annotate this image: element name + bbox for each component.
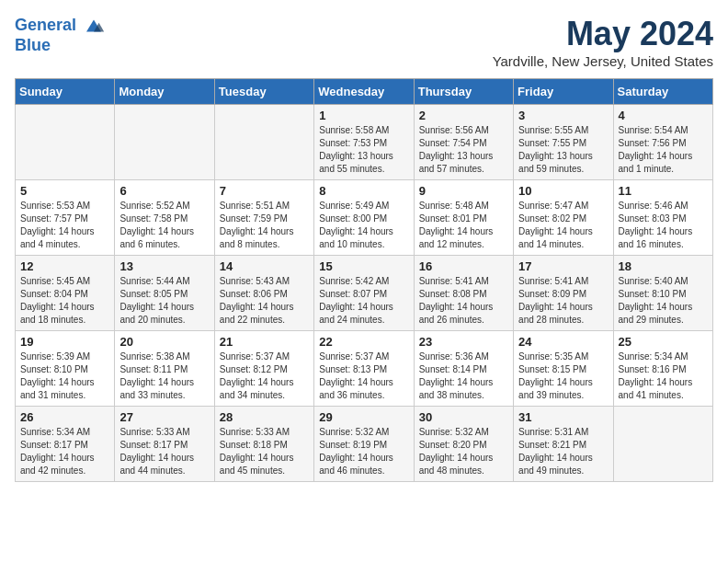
weekday-thursday: Thursday (414, 79, 513, 105)
cell-daylight-info: Sunrise: 5:37 AM Sunset: 8:13 PM Dayligh… (319, 350, 408, 402)
cell-day-5: 5Sunrise: 5:53 AM Sunset: 7:57 PM Daylig… (16, 180, 115, 256)
day-number: 7 (220, 184, 309, 198)
day-number: 30 (419, 410, 508, 424)
cell-daylight-info: Sunrise: 5:56 AM Sunset: 7:54 PM Dayligh… (419, 124, 508, 176)
day-number: 14 (220, 259, 309, 273)
cell-daylight-info: Sunrise: 5:41 AM Sunset: 8:08 PM Dayligh… (419, 275, 508, 327)
cell-day-10: 10Sunrise: 5:47 AM Sunset: 8:02 PM Dayli… (514, 180, 613, 256)
week-row-5: 26Sunrise: 5:34 AM Sunset: 8:17 PM Dayli… (16, 407, 713, 482)
weekday-tuesday: Tuesday (214, 79, 313, 105)
cell-daylight-info: Sunrise: 5:53 AM Sunset: 7:57 PM Dayligh… (20, 200, 109, 251)
cell-daylight-info: Sunrise: 5:34 AM Sunset: 8:17 PM Dayligh… (20, 426, 109, 477)
weekday-saturday: Saturday (613, 79, 712, 105)
cell-day-20: 20Sunrise: 5:38 AM Sunset: 8:11 PM Dayli… (115, 331, 214, 407)
day-number: 11 (619, 184, 708, 198)
day-number: 29 (319, 410, 408, 424)
day-number: 4 (619, 109, 708, 122)
cell-daylight-info: Sunrise: 5:58 AM Sunset: 7:53 PM Dayligh… (319, 124, 408, 176)
day-number: 5 (20, 184, 109, 198)
cell-daylight-info: Sunrise: 5:45 AM Sunset: 8:04 PM Dayligh… (20, 275, 109, 327)
week-row-1: 1Sunrise: 5:58 AM Sunset: 7:53 PM Daylig… (16, 105, 713, 180)
cell-daylight-info: Sunrise: 5:49 AM Sunset: 8:00 PM Dayligh… (319, 200, 408, 251)
day-number: 15 (319, 259, 408, 273)
cell-day-empty (16, 105, 115, 180)
cell-day-30: 30Sunrise: 5:32 AM Sunset: 8:20 PM Dayli… (414, 407, 513, 482)
cell-day-empty (115, 105, 214, 180)
cell-day-27: 27Sunrise: 5:33 AM Sunset: 8:17 PM Dayli… (115, 407, 214, 482)
day-number: 10 (518, 184, 608, 198)
cell-day-empty (214, 105, 313, 180)
day-number: 9 (419, 184, 508, 198)
cell-day-4: 4Sunrise: 5:54 AM Sunset: 7:56 PM Daylig… (613, 105, 712, 180)
day-number: 12 (20, 259, 109, 273)
cell-day-9: 9Sunrise: 5:48 AM Sunset: 8:01 PM Daylig… (414, 180, 513, 256)
cell-day-31: 31Sunrise: 5:31 AM Sunset: 8:21 PM Dayli… (514, 407, 613, 482)
cell-day-26: 26Sunrise: 5:34 AM Sunset: 8:17 PM Dayli… (16, 407, 115, 482)
cell-day-19: 19Sunrise: 5:39 AM Sunset: 8:10 PM Dayli… (16, 331, 115, 407)
day-number: 27 (119, 410, 209, 424)
cell-daylight-info: Sunrise: 5:38 AM Sunset: 8:11 PM Dayligh… (119, 350, 209, 402)
day-number: 6 (119, 184, 209, 198)
cell-day-empty (613, 407, 712, 482)
cell-daylight-info: Sunrise: 5:31 AM Sunset: 8:21 PM Dayligh… (518, 426, 608, 477)
cell-day-29: 29Sunrise: 5:32 AM Sunset: 8:19 PM Dayli… (314, 407, 414, 482)
cell-daylight-info: Sunrise: 5:42 AM Sunset: 8:07 PM Dayligh… (319, 275, 408, 327)
week-row-2: 5Sunrise: 5:53 AM Sunset: 7:57 PM Daylig… (16, 180, 713, 256)
cell-daylight-info: Sunrise: 5:33 AM Sunset: 8:17 PM Dayligh… (119, 426, 209, 477)
day-number: 26 (20, 410, 109, 424)
day-number: 28 (220, 410, 309, 424)
cell-daylight-info: Sunrise: 5:41 AM Sunset: 8:09 PM Dayligh… (518, 275, 608, 327)
day-number: 2 (419, 109, 508, 122)
cell-day-22: 22Sunrise: 5:37 AM Sunset: 8:13 PM Dayli… (314, 331, 414, 407)
day-number: 13 (119, 259, 209, 273)
cell-day-2: 2Sunrise: 5:56 AM Sunset: 7:54 PM Daylig… (414, 105, 513, 180)
day-number: 25 (619, 335, 708, 349)
logo: General Blue (15, 15, 105, 55)
cell-daylight-info: Sunrise: 5:35 AM Sunset: 8:15 PM Dayligh… (518, 350, 608, 402)
cell-day-3: 3Sunrise: 5:55 AM Sunset: 7:55 PM Daylig… (514, 105, 613, 180)
weekday-wednesday: Wednesday (314, 79, 414, 105)
cell-day-13: 13Sunrise: 5:44 AM Sunset: 8:05 PM Dayli… (115, 256, 214, 331)
cell-day-24: 24Sunrise: 5:35 AM Sunset: 8:15 PM Dayli… (514, 331, 613, 407)
cell-daylight-info: Sunrise: 5:36 AM Sunset: 8:14 PM Dayligh… (419, 350, 508, 402)
cell-daylight-info: Sunrise: 5:52 AM Sunset: 7:58 PM Dayligh… (119, 200, 209, 251)
week-row-3: 12Sunrise: 5:45 AM Sunset: 8:04 PM Dayli… (16, 256, 713, 331)
cell-day-28: 28Sunrise: 5:33 AM Sunset: 8:18 PM Dayli… (214, 407, 313, 482)
cell-daylight-info: Sunrise: 5:55 AM Sunset: 7:55 PM Dayligh… (518, 124, 608, 176)
day-number: 24 (518, 335, 608, 349)
cell-daylight-info: Sunrise: 5:54 AM Sunset: 7:56 PM Dayligh… (619, 124, 708, 176)
cell-day-18: 18Sunrise: 5:40 AM Sunset: 8:10 PM Dayli… (613, 256, 712, 331)
cell-day-16: 16Sunrise: 5:41 AM Sunset: 8:08 PM Dayli… (414, 256, 513, 331)
week-row-4: 19Sunrise: 5:39 AM Sunset: 8:10 PM Dayli… (16, 331, 713, 407)
weekday-header-row: SundayMondayTuesdayWednesdayThursdayFrid… (16, 79, 713, 105)
cell-day-12: 12Sunrise: 5:45 AM Sunset: 8:04 PM Dayli… (16, 256, 115, 331)
cell-day-8: 8Sunrise: 5:49 AM Sunset: 8:00 PM Daylig… (314, 180, 414, 256)
page-header: General Blue May 2024 Yardville, New Jer… (15, 15, 713, 69)
cell-daylight-info: Sunrise: 5:37 AM Sunset: 8:12 PM Dayligh… (220, 350, 309, 402)
cell-daylight-info: Sunrise: 5:44 AM Sunset: 8:05 PM Dayligh… (119, 275, 209, 327)
cell-daylight-info: Sunrise: 5:47 AM Sunset: 8:02 PM Dayligh… (518, 200, 608, 251)
calendar-table: SundayMondayTuesdayWednesdayThursdayFrid… (15, 78, 713, 482)
day-number: 31 (518, 410, 608, 424)
cell-daylight-info: Sunrise: 5:48 AM Sunset: 8:01 PM Dayligh… (419, 200, 508, 251)
weekday-sunday: Sunday (16, 79, 115, 105)
logo-text: General (15, 15, 105, 37)
cell-daylight-info: Sunrise: 5:34 AM Sunset: 8:16 PM Dayligh… (619, 350, 708, 402)
cell-daylight-info: Sunrise: 5:39 AM Sunset: 8:10 PM Dayligh… (20, 350, 109, 402)
cell-day-17: 17Sunrise: 5:41 AM Sunset: 8:09 PM Dayli… (514, 256, 613, 331)
day-number: 21 (220, 335, 309, 349)
day-number: 23 (419, 335, 508, 349)
cell-day-1: 1Sunrise: 5:58 AM Sunset: 7:53 PM Daylig… (314, 105, 414, 180)
day-number: 3 (518, 109, 608, 122)
day-number: 18 (619, 259, 708, 273)
month-title: May 2024 (493, 15, 713, 53)
cell-daylight-info: Sunrise: 5:32 AM Sunset: 8:20 PM Dayligh… (419, 426, 508, 477)
cell-daylight-info: Sunrise: 5:40 AM Sunset: 8:10 PM Dayligh… (619, 275, 708, 327)
cell-day-6: 6Sunrise: 5:52 AM Sunset: 7:58 PM Daylig… (115, 180, 214, 256)
day-number: 22 (319, 335, 408, 349)
weekday-friday: Friday (514, 79, 613, 105)
cell-day-14: 14Sunrise: 5:43 AM Sunset: 8:06 PM Dayli… (214, 256, 313, 331)
title-block: May 2024 Yardville, New Jersey, United S… (493, 15, 713, 69)
location: Yardville, New Jersey, United States (493, 53, 713, 69)
cell-day-21: 21Sunrise: 5:37 AM Sunset: 8:12 PM Dayli… (214, 331, 313, 407)
